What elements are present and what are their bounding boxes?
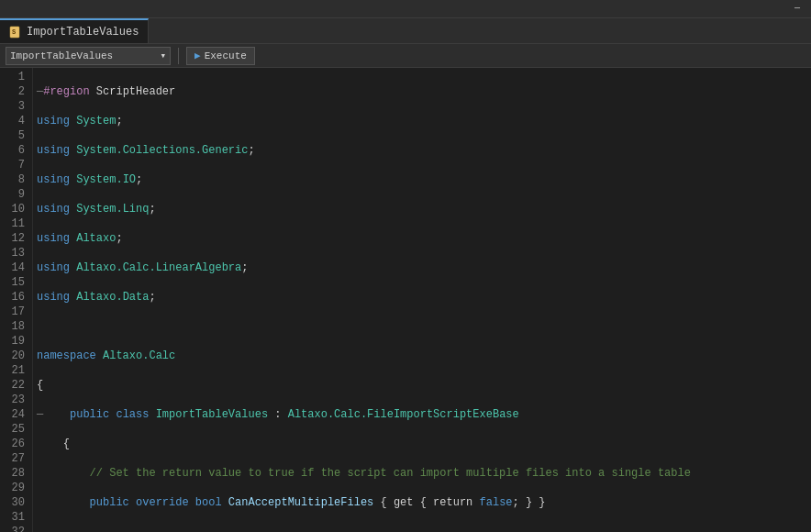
line-num-13: 13	[4, 246, 25, 260]
line-num-25: 25	[4, 422, 25, 437]
code-line-12: ─ public class ImportTableValues : Altax…	[37, 407, 807, 422]
line-num-28: 28	[4, 466, 25, 481]
line-num-17: 17	[4, 305, 25, 319]
code-line-11: {	[37, 378, 807, 393]
code-line-7: using Altaxo.Calc.LinearAlgebra;	[37, 260, 807, 275]
code-line-4: using System.IO;	[37, 172, 807, 187]
line-num-15: 15	[4, 275, 25, 290]
code-line-2: using System;	[37, 114, 807, 128]
code-line-15: public override bool CanAcceptMultipleFi…	[37, 495, 807, 510]
minimize-button[interactable]: ─	[791, 3, 804, 16]
line-numbers: 1 2 3 4 5 6 7 8 9 10 11 12 13 14 15 16 1…	[0, 68, 33, 532]
code-line-8: using Altaxo.Data;	[37, 290, 807, 305]
code-line-3: using System.Collections.Generic;	[37, 143, 807, 158]
line-num-32: 32	[4, 525, 25, 532]
line-num-20: 20	[4, 349, 25, 363]
code-line-6: using Altaxo;	[37, 231, 807, 246]
line-num-3: 3	[4, 99, 25, 114]
line-num-2: 2	[4, 84, 25, 99]
line-num-31: 31	[4, 510, 25, 525]
title-bar-controls: ─	[791, 3, 804, 16]
code-editor[interactable]: ─#region ScriptHeader using System; usin…	[33, 68, 811, 532]
line-num-7: 7	[4, 158, 25, 172]
code-line-5: using System.Linq;	[37, 202, 807, 216]
svg-text:S: S	[12, 28, 16, 36]
toolbar-separator	[178, 48, 179, 64]
line-num-8: 8	[4, 172, 25, 187]
line-num-5: 5	[4, 128, 25, 143]
code-line-13: {	[37, 437, 807, 451]
tab-bar: S ImportTableValues	[0, 18, 811, 44]
line-num-22: 22	[4, 378, 25, 393]
code-line-10: namespace Altaxo.Calc	[37, 349, 807, 363]
line-num-18: 18	[4, 319, 25, 334]
line-num-12: 12	[4, 231, 25, 246]
line-num-16: 16	[4, 290, 25, 305]
line-num-1: 1	[4, 70, 25, 84]
code-line-1: ─#region ScriptHeader	[37, 84, 807, 99]
line-num-24: 24	[4, 407, 25, 422]
line-num-23: 23	[4, 393, 25, 407]
dropdown-value: ImportTableValues	[10, 50, 113, 61]
line-num-14: 14	[4, 260, 25, 275]
code-line-9	[37, 319, 807, 334]
line-num-27: 27	[4, 451, 25, 466]
line-num-4: 4	[4, 114, 25, 128]
tab-import-table-values[interactable]: S ImportTableValues	[0, 18, 149, 43]
code-line-14: // Set the return value to true if the s…	[37, 466, 807, 481]
line-num-9: 9	[4, 187, 25, 202]
code-container: 1 2 3 4 5 6 7 8 9 10 11 12 13 14 15 16 1…	[0, 68, 811, 532]
execute-label: Execute	[205, 50, 247, 61]
toolbar: ImportTableValues ▾ ▶ Execute	[0, 44, 811, 68]
line-num-21: 21	[4, 363, 25, 378]
title-bar: ─	[0, 0, 811, 18]
line-num-26: 26	[4, 437, 25, 451]
line-num-10: 10	[4, 202, 25, 216]
line-num-30: 30	[4, 495, 25, 510]
execute-icon: ▶	[194, 50, 201, 61]
chevron-down-icon: ▾	[160, 50, 166, 61]
line-num-29: 29	[4, 481, 25, 495]
line-num-6: 6	[4, 143, 25, 158]
script-icon: S	[9, 26, 22, 39]
tab-label: ImportTableValues	[27, 26, 139, 39]
line-num-19: 19	[4, 334, 25, 349]
script-dropdown[interactable]: ImportTableValues ▾	[6, 47, 171, 65]
line-num-11: 11	[4, 216, 25, 231]
code-line-16	[37, 525, 807, 532]
execute-button[interactable]: ▶ Execute	[186, 47, 255, 65]
